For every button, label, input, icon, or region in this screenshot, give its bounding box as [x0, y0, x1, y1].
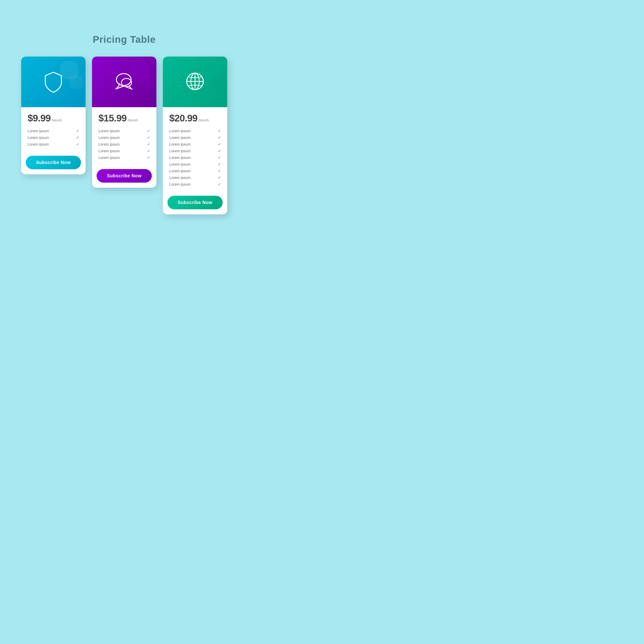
- check-icon: ✓: [218, 162, 221, 167]
- price-period-standard: /Month: [127, 118, 138, 122]
- page-title: Pricing Table: [93, 34, 156, 45]
- list-item: Lorem ipsum ✓: [28, 142, 79, 147]
- list-item: Lorem ipsum ✓: [98, 129, 150, 133]
- list-item: Lorem ipsum ✓: [169, 129, 221, 133]
- check-icon: ✓: [147, 129, 150, 133]
- price-row-premium: $20.99 /Month: [169, 113, 221, 124]
- globe-icon: [184, 70, 207, 94]
- feature-label: Lorem ipsum: [98, 136, 120, 140]
- feature-label: Lorem ipsum: [28, 129, 49, 133]
- pricing-cards-container: $9.99 /Month Lorem ipsum ✓ Lorem ipsum ✓…: [21, 57, 227, 214]
- feature-label: Lorem ipsum: [169, 149, 190, 153]
- feature-label: Lorem ipsum: [169, 136, 190, 140]
- card-body-premium: $20.99 /Month Lorem ipsum ✓ Lorem ipsum …: [163, 107, 227, 191]
- svg-point-0: [116, 74, 131, 86]
- price-row-basic: $9.99 /Month: [28, 113, 79, 124]
- check-icon: ✓: [76, 129, 79, 133]
- features-list-standard: Lorem ipsum ✓ Lorem ipsum ✓ Lorem ipsum …: [98, 129, 150, 160]
- price-period-basic: /Month: [52, 118, 62, 122]
- list-item: Lorem ipsum ✓: [169, 149, 221, 153]
- pricing-card-premium: $20.99 /Month Lorem ipsum ✓ Lorem ipsum …: [163, 57, 227, 214]
- check-icon: ✓: [218, 149, 221, 153]
- check-icon: ✓: [218, 182, 221, 187]
- card-header-premium: [163, 57, 227, 107]
- check-icon: ✓: [76, 142, 79, 147]
- feature-label: Lorem ipsum: [169, 169, 190, 173]
- card-body-standard: $15.99 /Month Lorem ipsum ✓ Lorem ipsum …: [92, 107, 156, 164]
- list-item: Lorem ipsum ✓: [98, 135, 150, 140]
- check-icon: ✓: [147, 135, 150, 140]
- list-item: Lorem ipsum ✓: [169, 135, 221, 140]
- check-icon: ✓: [218, 155, 221, 160]
- check-icon: ✓: [147, 155, 150, 160]
- pricing-card-basic: $9.99 /Month Lorem ipsum ✓ Lorem ipsum ✓…: [21, 57, 86, 174]
- feature-label: Lorem ipsum: [98, 156, 120, 160]
- list-item: Lorem ipsum ✓: [98, 149, 150, 153]
- price-row-standard: $15.99 /Month: [98, 113, 150, 124]
- card-body-basic: $9.99 /Month Lorem ipsum ✓ Lorem ipsum ✓…: [21, 107, 86, 151]
- check-icon: ✓: [218, 175, 221, 180]
- check-icon: ✓: [218, 129, 221, 133]
- card-header-standard: [92, 57, 156, 107]
- features-list-basic: Lorem ipsum ✓ Lorem ipsum ✓ Lorem ipsum …: [28, 129, 79, 147]
- features-list-premium: Lorem ipsum ✓ Lorem ipsum ✓ Lorem ipsum …: [169, 129, 221, 187]
- list-item: Lorem ipsum ✓: [98, 142, 150, 147]
- feature-label: Lorem ipsum: [169, 142, 190, 147]
- check-icon: ✓: [147, 142, 150, 147]
- feature-label: Lorem ipsum: [98, 149, 120, 153]
- subscribe-button-premium[interactable]: Subscribe Now: [167, 196, 223, 209]
- check-icon: ✓: [147, 149, 150, 153]
- list-item: Lorem ipsum ✓: [28, 135, 79, 140]
- list-item: Lorem ipsum ✓: [169, 155, 221, 160]
- list-item: Lorem ipsum ✓: [169, 162, 221, 167]
- list-item: Lorem ipsum ✓: [169, 169, 221, 173]
- feature-label: Lorem ipsum: [98, 129, 120, 133]
- feature-label: Lorem ipsum: [28, 142, 49, 147]
- feature-label: Lorem ipsum: [169, 156, 190, 160]
- price-amount-standard: $15.99: [98, 113, 126, 124]
- check-icon: ✓: [76, 135, 79, 140]
- feature-label: Lorem ipsum: [169, 182, 190, 187]
- check-icon: ✓: [218, 135, 221, 140]
- subscribe-button-standard[interactable]: Subscribe Now: [97, 169, 152, 183]
- subscribe-button-basic[interactable]: Subscribe Now: [26, 156, 81, 169]
- feature-label: Lorem ipsum: [98, 142, 120, 147]
- pricing-card-standard: $15.99 /Month Lorem ipsum ✓ Lorem ipsum …: [92, 57, 156, 188]
- list-item: Lorem ipsum ✓: [28, 129, 79, 133]
- shield-icon: [42, 70, 65, 94]
- check-icon: ✓: [218, 169, 221, 173]
- feature-label: Lorem ipsum: [169, 129, 190, 133]
- list-item: Lorem ipsum ✓: [98, 155, 150, 160]
- card-header-basic: [21, 57, 86, 107]
- price-amount-basic: $9.99: [28, 113, 51, 124]
- feature-label: Lorem ipsum: [28, 136, 49, 140]
- feature-label: Lorem ipsum: [169, 162, 190, 167]
- price-period-premium: /Month: [198, 118, 209, 122]
- price-amount-premium: $20.99: [169, 113, 197, 124]
- list-item: Lorem ipsum ✓: [169, 175, 221, 180]
- feature-label: Lorem ipsum: [169, 176, 190, 180]
- check-icon: ✓: [218, 142, 221, 147]
- list-item: Lorem ipsum ✓: [169, 182, 221, 187]
- list-item: Lorem ipsum ✓: [169, 142, 221, 147]
- chat-icon: [113, 70, 136, 94]
